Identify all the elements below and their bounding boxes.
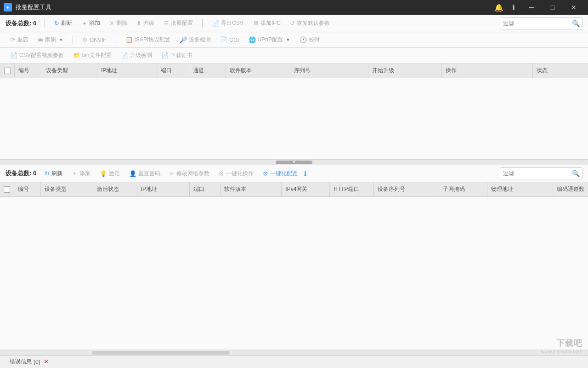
export-csv-button[interactable]: 📄 导出CSV [207,17,248,29]
divider1 [45,19,45,28]
add-button-bottom[interactable]: ＋ 添加 [67,167,95,179]
upnp-dropdown-arrow: ▼ [286,37,290,42]
refresh-icon: ↻ [54,20,59,27]
bottom-th-serial: 设备序列号 [374,182,440,196]
search-box-top[interactable]: 🔍 [500,17,582,29]
batch-config-icon: ☰ [164,20,169,27]
upgrade-icon: ⬆ [136,20,141,27]
export-csv-icon: 📄 [212,20,219,27]
one-click-ops-icon: ⚙ [219,170,224,177]
bottom-th-version: 软件版本 [220,182,282,196]
bottom-scroll-bar[interactable] [0,350,588,355]
refresh-bottom-icon: ↻ [45,170,50,177]
top-th-status: 状态 [533,63,588,78]
bottom-th-subnet: 子网掩码 [439,182,487,196]
top-scroll-indicator[interactable]: ▼ [0,159,588,165]
one-click-ops-button[interactable]: ⚙ 一键化操作 [214,168,258,179]
activate-button[interactable]: 💡 激活 [95,168,124,179]
device-check-button[interactable]: 🔎 设备检测 [175,34,215,46]
csv-video-icon: 📄 [10,52,17,59]
reboot-button[interactable]: ⟳ 重启 [6,34,33,46]
add-bottom-icon: ＋ [72,169,78,178]
top-th-checkbox[interactable] [0,63,15,78]
batch-config-button[interactable]: ☰ 批量配置 [159,17,198,29]
search-icon-bottom[interactable]: 🔍 [572,170,580,177]
error-tab[interactable]: 错误信息 (0) ✕ [6,356,52,367]
bottom-table-body [0,197,588,350]
rain-button[interactable]: 🌧 雨刷 ▼ [33,34,68,46]
info-button[interactable]: ℹ [506,0,521,15]
top-th-version: 软件版本 [226,63,290,78]
csv-video-button[interactable]: 📄 CSV配置视频参数 [6,50,68,61]
search-input-top[interactable] [503,20,572,27]
divider3 [73,35,73,45]
bottom-th-ip: IP地址 [137,182,190,196]
top-table-header: 编号 设备类型 IP地址 端口 通道 软件版本 序列号 开始升级 [0,63,588,78]
cgi-button[interactable]: 📄 CGI [215,34,243,45]
cgi-icon: 📄 [220,36,227,43]
upgrade-button-top[interactable]: ⬆ 升级 [132,17,159,29]
refresh-button-bottom[interactable]: ↻ 刷新 [40,168,67,179]
isapi-button[interactable]: 📋 ISAPI协议配置 [121,34,175,46]
refresh-button-top[interactable]: ↻ 刷新 [50,17,77,29]
top-scroll-thumb[interactable]: ▼ [276,161,312,164]
window-controls: ─ □ ✕ [521,0,584,15]
select-all-top[interactable] [4,68,11,74]
app-icon: + [4,3,12,12]
restore-default-button[interactable]: ↺ 恢复默认参数 [285,17,334,29]
notification-button[interactable]: 🔔 [492,0,506,15]
one-click-config-icon: ⚙ [263,170,268,177]
device-count-bottom: 设备总数: 0 [6,169,36,178]
add-ipc-button[interactable]: 🖥 添加IPC [248,17,285,29]
calibrate-button[interactable]: 🕐 校时 [295,34,324,46]
maximize-button[interactable]: □ [542,0,563,15]
bottom-scroll-thumb[interactable] [92,351,230,355]
top-th-serial: 序列号 [290,63,368,78]
error-count: (0) [34,359,40,365]
bottom-th-id: 编号 [14,182,41,196]
upgrade-check-icon: 📄 [121,52,128,59]
search-box-bottom[interactable]: 🔍 [500,167,582,179]
reset-pwd-icon: 👤 [129,170,136,177]
add-icon: ＋ [81,19,87,28]
reset-pwd-button[interactable]: 👤 重置密码 [124,168,165,179]
top-th-id: 编号 [15,63,42,78]
rain-icon: 🌧 [37,36,43,43]
download-cert-button[interactable]: 📄 下载证书 [157,50,197,61]
restore-icon: ↺ [290,20,295,27]
add-button-top[interactable]: ＋ 添加 [77,17,105,29]
toolbar-row3: 📄 CSV配置视频参数 📁 bin文件配置 📄 升级检测 📄 下载证书 [0,48,588,63]
top-th-port: 端口 [157,63,189,78]
upgrade-check-button[interactable]: 📄 升级检测 [116,50,157,61]
onvif-button[interactable]: ⚙ ONVIF [78,34,111,45]
one-click-config-button[interactable]: ⚙ 一键化配置 [258,168,302,179]
search-input-bottom[interactable] [503,170,572,177]
top-th-devtype: 设备类型 [42,63,97,78]
delete-button-top[interactable]: ✕ 删除 [105,17,132,29]
search-icon-top[interactable]: 🔍 [572,20,580,27]
divider4 [116,35,116,45]
select-all-bottom[interactable] [4,186,10,193]
device-count-top: 设备总数: 0 [6,19,36,28]
bottom-th-checkbox[interactable] [0,182,14,196]
toolbar-row1: 设备总数: 0 ↻ 刷新 ＋ 添加 ✕ 删除 ⬆ 升级 ☰ 批量配置 📄 导出C… [0,15,588,32]
close-button[interactable]: ✕ [563,0,584,15]
bottom-th-channels: 编码通道数 [553,182,588,196]
top-th-upgrade: 开始升级 [368,63,442,78]
bottom-table-header: 编号 设备类型 激活状态 IP地址 端口 软件版本 IPv4网关 HTTP端口 [0,182,588,197]
clear-error-icon[interactable]: ✕ [44,359,48,365]
rain-dropdown-arrow: ▼ [59,37,63,42]
divider2 [202,19,203,28]
minimize-button[interactable]: ─ [521,0,542,15]
watermark-url: www.xiazaiba.com [541,349,582,354]
statusbar: 错误信息 (0) ✕ 下载吧 www.xiazaiba.com [0,355,588,368]
bottom-th-ipv4gw: IPv4网关 [282,182,330,196]
upnp-button[interactable]: 🌐 UPnP配置 ▼ [244,34,295,46]
activate-icon: 💡 [100,170,107,177]
bin-config-button[interactable]: 📁 bin文件配置 [68,50,116,61]
modify-network-button[interactable]: ✏ 修改网络参数 [165,168,214,179]
bottom-table-section: 编号 设备类型 激活状态 IP地址 端口 软件版本 IPv4网关 HTTP端口 [0,182,588,355]
modify-network-icon: ✏ [170,170,175,177]
bottom-info-button[interactable]: ℹ [302,170,308,177]
watermark-logo: 下载吧 [541,338,582,349]
